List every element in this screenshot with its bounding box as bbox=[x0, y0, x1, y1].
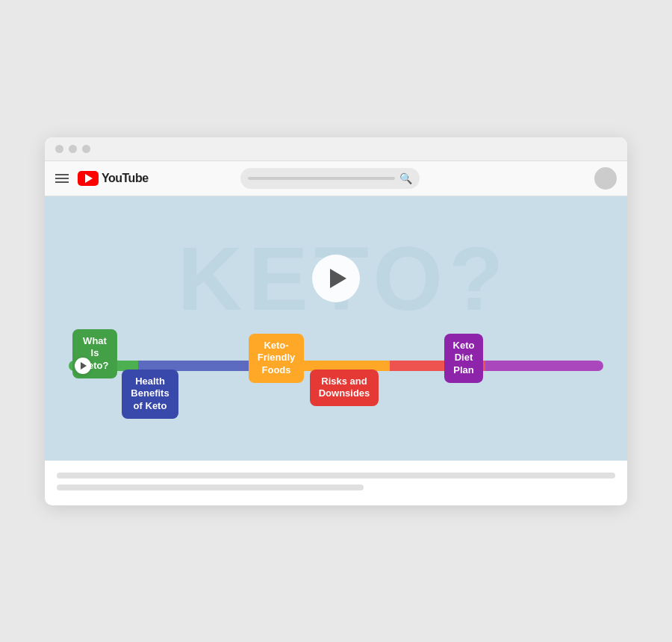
chapter-bubble-health-benefits[interactable]: Health Benefits of Keto bbox=[122, 370, 178, 420]
search-bar-fill bbox=[248, 177, 395, 180]
content-line-2 bbox=[57, 484, 364, 490]
youtube-logo: YouTube bbox=[78, 171, 149, 186]
content-line-1 bbox=[57, 473, 615, 479]
dot-1 bbox=[55, 145, 63, 153]
dot-2 bbox=[69, 145, 77, 153]
user-avatar[interactable] bbox=[594, 167, 617, 190]
content-lines bbox=[45, 461, 627, 505]
chapter-bubble-keto-diet-plan[interactable]: Keto Diet Plan bbox=[444, 334, 484, 384]
timeline-segment-purple bbox=[485, 361, 603, 371]
chapter-bubble-risks[interactable]: Risks and Downsides bbox=[310, 370, 379, 407]
timeline-play-icon[interactable] bbox=[75, 358, 91, 374]
youtube-logo-text: YouTube bbox=[102, 172, 149, 185]
search-icon: 🔍 bbox=[399, 172, 412, 184]
browser-titlebar bbox=[45, 137, 627, 161]
search-bar[interactable]: 🔍 bbox=[240, 168, 420, 189]
browser-chrome: YouTube 🔍 bbox=[45, 161, 627, 196]
play-button[interactable] bbox=[312, 255, 360, 302]
play-triangle-icon bbox=[330, 269, 346, 288]
browser-window: YouTube 🔍 KETO? What Is Keto? Keto bbox=[45, 137, 627, 505]
video-area: KETO? What Is Keto? Keto-Friendly Foods bbox=[45, 196, 627, 461]
hamburger-icon[interactable] bbox=[55, 174, 69, 183]
timeline-play-triangle bbox=[81, 362, 87, 370]
dot-3 bbox=[82, 145, 90, 153]
chapter-bubble-keto-friendly-foods[interactable]: Keto-Friendly Foods bbox=[249, 334, 305, 384]
youtube-logo-icon bbox=[78, 171, 99, 186]
